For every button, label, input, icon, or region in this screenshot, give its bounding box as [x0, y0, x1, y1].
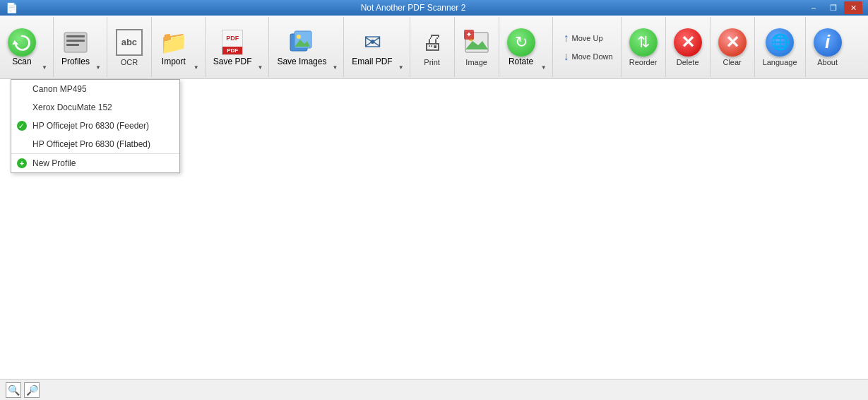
- title-bar: 📄 Not Another PDF Scanner 2 – ❐ ✕: [0, 0, 868, 16]
- svg-marker-0: [13, 40, 19, 45]
- print-button[interactable]: 🖨 Print: [413, 17, 451, 77]
- reorder-button[interactable]: ⇅ Reorder: [624, 17, 662, 77]
- print-label: Print: [424, 58, 440, 66]
- profile-label-hp-flatbed: HP Officejet Pro 6830 (Flatbed): [32, 139, 150, 149]
- zoom-out-icon: 🔍: [8, 384, 20, 396]
- profile-label-xerox: Xerox DocuMate 152: [32, 102, 112, 112]
- email-pdf-split: ✉ Email PDF ▼: [347, 17, 406, 77]
- save-images-button[interactable]: Save Images: [272, 17, 330, 77]
- clear-group: ✕ Clear: [713, 17, 755, 77]
- scan-dropdown-arrow[interactable]: ▼: [40, 17, 50, 77]
- move-group: ↑ Move Up ↓ Move Down: [556, 17, 622, 77]
- import-dropdown-arrow[interactable]: ▼: [191, 17, 202, 77]
- app-icon: 📄: [6, 2, 18, 13]
- language-group: 🌐 Language: [758, 17, 806, 77]
- import-arrow-icon: ▼: [194, 64, 199, 71]
- arrow-down-icon: ▼: [42, 64, 47, 71]
- ocr-button[interactable]: abc OCR: [110, 17, 148, 77]
- images-svg-icon: [289, 30, 314, 55]
- rotate-arrow-icon: ▼: [541, 64, 547, 71]
- move-down-button[interactable]: ↓ Move Down: [560, 48, 617, 65]
- delete-button[interactable]: ✕ Delete: [669, 17, 707, 77]
- import-button[interactable]: 📁 Import: [155, 17, 191, 77]
- profiles-group: Profiles ▼: [57, 17, 107, 77]
- email-pdf-button[interactable]: ✉ Email PDF: [347, 17, 396, 77]
- svg-point-7: [297, 35, 301, 39]
- profiles-icon: [61, 28, 90, 57]
- rotate-label: Rotate: [509, 57, 533, 66]
- scan-icon: [8, 28, 36, 57]
- scan-label: Scan: [12, 57, 31, 66]
- save-pdf-group: PDF PDF Save PDF ▼: [208, 17, 270, 77]
- save-images-label: Save Images: [277, 57, 326, 66]
- rotate-split: ↻ Rotate ▼: [502, 17, 549, 77]
- about-group: i About: [809, 17, 850, 77]
- profile-item-canon[interactable]: Canon MP495: [11, 80, 179, 98]
- about-button[interactable]: i About: [809, 17, 847, 77]
- delete-group: ✕ Delete: [669, 17, 711, 77]
- new-profile-item[interactable]: + New Profile: [11, 153, 179, 172]
- profile-item-hp-feeder[interactable]: HP Officejet Pro 6830 (Feeder): [11, 117, 179, 135]
- profiles-split: Profiles ▼: [57, 17, 104, 77]
- about-label: About: [817, 58, 838, 66]
- zoom-in-icon: 🔎: [26, 384, 38, 396]
- rotate-dropdown-arrow[interactable]: ▼: [539, 17, 549, 77]
- delete-label: Delete: [677, 58, 699, 66]
- rotate-button[interactable]: ↻ Rotate: [502, 17, 539, 77]
- clear-icon: ✕: [718, 28, 747, 57]
- clear-button[interactable]: ✕ Clear: [713, 17, 751, 77]
- save-pdf-split: PDF PDF Save PDF ▼: [208, 17, 266, 77]
- minimize-button[interactable]: –: [804, 1, 823, 14]
- image-group: ✦ Image: [458, 17, 499, 77]
- window-controls: – ❐ ✕: [804, 1, 862, 14]
- profiles-arrow-icon: ▼: [95, 64, 101, 71]
- pdf-badge: PDF: [222, 47, 242, 54]
- save-images-dropdown-arrow[interactable]: ▼: [330, 17, 340, 77]
- about-icon: i: [814, 28, 842, 57]
- image-label: Image: [465, 58, 487, 66]
- import-group: 📁 Import ▼: [155, 17, 206, 77]
- ocr-group: abc OCR: [110, 17, 152, 77]
- profiles-dropdown-arrow[interactable]: ▼: [93, 17, 104, 77]
- profile-item-hp-flatbed[interactable]: HP Officejet Pro 6830 (Flatbed): [11, 135, 179, 153]
- language-button[interactable]: 🌐 Language: [758, 17, 802, 77]
- toolbar: Scan ▼ Profiles ▼: [0, 16, 868, 79]
- new-profile-plus-icon: +: [17, 158, 27, 168]
- import-split: 📁 Import ▼: [155, 17, 202, 77]
- content-area: Canon MP495 Xerox DocuMate 152 HP Office…: [0, 79, 868, 379]
- zoom-out-button[interactable]: 🔍: [6, 382, 21, 398]
- window-title: Not Another PDF Scanner 2: [22, 3, 804, 13]
- rotate-icon: ↻: [507, 28, 535, 57]
- svg-text:✦: ✦: [466, 31, 472, 38]
- scan-split: Scan ▼: [3, 17, 50, 77]
- move-down-icon: ↓: [564, 50, 569, 63]
- clear-label: Clear: [723, 58, 741, 66]
- rotate-group: ↻ Rotate ▼: [502, 17, 553, 77]
- profiles-button[interactable]: Profiles: [57, 17, 93, 77]
- ocr-abc-icon: abc: [116, 29, 143, 56]
- scan-button[interactable]: Scan: [3, 17, 40, 77]
- reorder-group: ⇅ Reorder: [624, 17, 666, 77]
- profile-label-hp-feeder: HP Officejet Pro 6830 (Feeder): [32, 121, 149, 131]
- save-pdf-dropdown-arrow[interactable]: ▼: [255, 17, 266, 77]
- restore-button[interactable]: ❐: [824, 1, 843, 14]
- move-up-button[interactable]: ↑ Move Up: [560, 30, 617, 47]
- scan-group: Scan ▼: [3, 17, 54, 77]
- ocr-icon: abc: [115, 28, 143, 57]
- email-pdf-icon: ✉: [358, 28, 386, 57]
- email-pdf-dropdown-arrow[interactable]: ▼: [396, 17, 407, 77]
- save-pdf-label: Save PDF: [213, 57, 252, 66]
- image-button[interactable]: ✦ Image: [458, 17, 496, 77]
- new-profile-label: New Profile: [32, 158, 76, 168]
- close-button[interactable]: ✕: [844, 1, 862, 14]
- email-pdf-group: ✉ Email PDF ▼: [347, 17, 410, 77]
- save-images-split: Save Images ▼: [272, 17, 340, 77]
- profile-item-xerox[interactable]: Xerox DocuMate 152: [11, 98, 179, 117]
- ocr-label: OCR: [121, 58, 138, 66]
- move-down-label: Move Down: [572, 52, 613, 61]
- zoom-in-button[interactable]: 🔎: [24, 382, 40, 398]
- move-up-icon: ↑: [564, 32, 569, 45]
- move-up-label: Move Up: [572, 34, 603, 42]
- import-icon: 📁: [160, 28, 188, 57]
- save-pdf-button[interactable]: PDF PDF Save PDF: [208, 17, 256, 77]
